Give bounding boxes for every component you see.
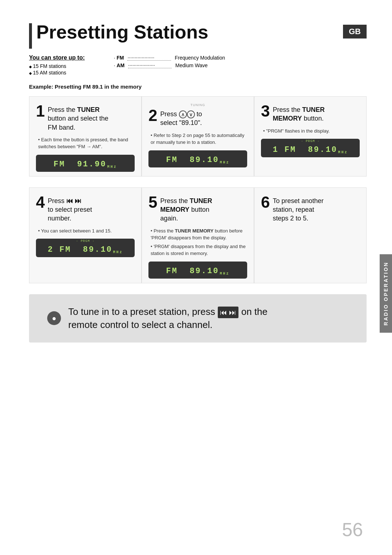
step-6: 6 To preset anotherstation, repeatsteps … xyxy=(254,187,367,283)
step-text-4: Press ⏮ ⏭to select presetnumber. xyxy=(48,194,92,223)
step-text-6: To preset anotherstation, repeatsteps 2 … xyxy=(273,194,323,223)
step-5-header: 5 Press the TUNERMEMORY buttonagain. xyxy=(148,194,247,223)
step-note: You can select between 1 and 15. xyxy=(38,227,135,235)
lcd-display-3: · PRGM · 1 FM 89.10MHz xyxy=(261,139,360,157)
am-description: Medium Wave xyxy=(175,62,208,68)
tip-icons: ⏮ ⏭ xyxy=(218,307,239,318)
step-6-header: 6 To preset anotherstation, repeatsteps … xyxy=(261,194,360,223)
title-area: Presetting Stations xyxy=(29,22,208,49)
tuning-label: TUNING xyxy=(148,103,247,107)
title-bar-decoration xyxy=(29,23,32,49)
step-text-3: Press the TUNERMEMORY button. xyxy=(273,103,324,123)
side-tab: RADIO OPERATION xyxy=(380,254,392,333)
step-4: 4 Press ⏮ ⏭to select presetnumber. You c… xyxy=(29,187,142,283)
step-text-2: Press ∧∨ toselect "89.10". xyxy=(160,108,202,127)
step-note: Each time the button is pressed, the ban… xyxy=(38,136,135,150)
step-1-notes: Each time the button is pressed, the ban… xyxy=(36,136,135,150)
lcd-display-2: FM 89.10MHz xyxy=(148,150,247,167)
step-number-6: 6 xyxy=(261,194,270,210)
step-number-3: 3 xyxy=(261,103,270,119)
list-item: 15 FM stations xyxy=(29,63,85,69)
example-heading: Example: Presetting FM 89.1 in the memor… xyxy=(29,84,367,90)
step-number-1: 1 xyxy=(36,103,45,119)
store-right-item-am: · AM ··················· Medium Wave xyxy=(114,62,225,68)
fm-description: Frequency Modulation xyxy=(175,55,225,61)
step-3-notes: "PRGM" flashes in the display. xyxy=(261,127,360,135)
store-heading: You can store up to: xyxy=(29,54,85,61)
tip-bullet-icon: ● xyxy=(47,311,61,325)
lcd-text-5: FM 89.10MHz xyxy=(166,267,230,276)
step-number-4: 4 xyxy=(36,194,45,210)
step-1-header: 1 Press the TUNERbutton and select theFM… xyxy=(36,103,135,132)
step-3: 3 Press the TUNERMEMORY button. "PRGM" f… xyxy=(254,96,367,177)
store-right-item-fm: · FM ··················· Frequency Modul… xyxy=(114,54,225,61)
step-2: TUNING 2 Press ∧∨ toselect "89.10". Refe… xyxy=(142,96,254,177)
store-info: You can store up to: 15 FM stations 15 A… xyxy=(29,54,367,76)
tip-text: To tune in to a preset station, press ⏮ … xyxy=(68,305,268,332)
list-item: 15 AM stations xyxy=(29,70,85,76)
step-4-header: 4 Press ⏮ ⏭to select presetnumber. xyxy=(36,194,135,223)
step-1: 1 Press the TUNERbutton and select theFM… xyxy=(29,96,142,177)
step-2-notes: Refer to Step 2 on page 55 to automatica… xyxy=(148,132,247,146)
lcd-text-1: FM 91.90MHz xyxy=(54,160,117,169)
gb-badge: GB xyxy=(343,25,367,39)
steps-grid-row2: 4 Press ⏮ ⏭to select presetnumber. You c… xyxy=(29,187,367,283)
tip-box: ● To tune in to a preset station, press … xyxy=(29,294,367,343)
step-text-5: Press the TUNERMEMORY buttonagain. xyxy=(160,194,212,223)
lcd-display-1: FM 91.90MHz xyxy=(36,155,135,172)
step-note: "PRGM" flashes in the display. xyxy=(263,127,360,135)
page-number: 56 xyxy=(342,519,363,540)
store-right: · FM ··················· Frequency Modul… xyxy=(114,54,225,76)
lcd-text-2: FM 89.10MHz xyxy=(166,155,230,165)
step-note: Refer to Step 2 on page 55 to automatica… xyxy=(151,132,247,146)
fm-label: · FM xyxy=(114,55,124,61)
lcd-text-3: 1 FM 89.10MHz xyxy=(273,145,348,154)
step-5-notes: Press the TUNER MEMORY button before 'PR… xyxy=(148,227,247,257)
am-label: · AM xyxy=(114,62,124,68)
step-4-notes: You can select between 1 and 15. xyxy=(36,227,135,235)
step-5: 5 Press the TUNERMEMORY buttonagain. Pre… xyxy=(142,187,254,283)
store-list-left: 15 FM stations 15 AM stations xyxy=(29,63,85,76)
prgm-label-3: · PRGM · xyxy=(301,139,319,143)
store-left: You can store up to: 15 FM stations 15 A… xyxy=(29,54,85,76)
step-number-5: 5 xyxy=(148,194,157,210)
dots-decoration: ··················· xyxy=(128,62,172,68)
tip-text-before: To tune in to a preset station, press xyxy=(68,306,215,317)
step-number-2: 2 xyxy=(148,108,157,123)
side-tab-label: RADIO OPERATION xyxy=(383,262,389,325)
step-text-1: Press the TUNERbutton and select theFM b… xyxy=(48,103,108,132)
prgm-label-4: · PRGM · xyxy=(76,239,94,243)
lcd-display-5: FM 89.10MHz xyxy=(148,262,247,279)
step-note: 'PRGM' disappears from the display and t… xyxy=(151,243,247,257)
dots-decoration: ··················· xyxy=(127,54,171,61)
step-2-header: 2 Press ∧∨ toselect "89.10". xyxy=(148,108,247,127)
lcd-display-4: · PRGM · 2 FM 89.10MHz xyxy=(36,239,135,257)
step-note: Press the TUNER MEMORY button before 'PR… xyxy=(151,227,247,242)
page-header: Presetting Stations GB xyxy=(29,22,367,49)
steps-grid-row1: 1 Press the TUNERbutton and select theFM… xyxy=(29,96,367,177)
step-3-header: 3 Press the TUNERMEMORY button. xyxy=(261,103,360,123)
lcd-text-4: 2 FM 89.10MHz xyxy=(48,245,123,254)
page-title: Presetting Stations xyxy=(36,22,208,42)
